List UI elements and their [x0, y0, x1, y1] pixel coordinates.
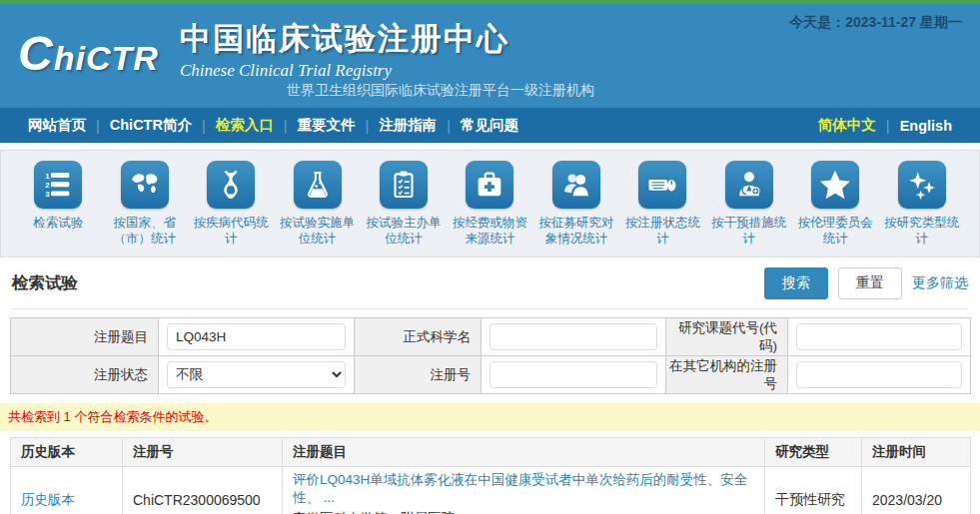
icon-item-by-disease-code[interactable]: 按疾病代码统计: [188, 161, 274, 247]
icon-item-by-intervention[interactable]: 按干预措施统计: [706, 161, 792, 247]
keyboard-mouse-icon: [638, 161, 686, 209]
icon-label: 按疾病代码统计: [188, 215, 274, 247]
section-title: 检索试验: [12, 272, 78, 294]
icon-item-by-implementing-unit[interactable]: 按试验实施单位统计: [274, 161, 360, 247]
scientific-name-label: 正式科学名: [355, 318, 482, 356]
other-org-number-label: 在其它机构的注册号: [666, 356, 788, 394]
icon-item-by-funding-source[interactable]: 按经费或物资来源统计: [447, 161, 532, 247]
nav-faq[interactable]: 常见问题: [451, 116, 528, 135]
icon-label: 按试验主办单位统计: [361, 215, 447, 247]
clipboard-icon: [380, 161, 428, 209]
site-subtitle: 世界卫生组织国际临床试验注册平台一级注册机构: [287, 82, 594, 100]
logo-initial: C: [18, 27, 54, 80]
today-date: 今天是：2023-11-27 星期一: [789, 14, 962, 32]
dna-icon: [207, 161, 255, 209]
result-count-text: 共检索到 1 个符合检索条件的试验。: [8, 408, 217, 426]
icon-item-by-registration-status[interactable]: 按注册状态统计: [619, 161, 705, 247]
star-icon: [811, 161, 859, 209]
svg-text:3: 3: [45, 190, 50, 199]
page: ChiCTR 中国临床试验注册中心 Chinese Clinical Trial…: [0, 0, 980, 514]
icon-item-search-trials[interactable]: 1 2 3 检索试验: [15, 161, 101, 231]
col-study-type: 研究类型: [765, 438, 862, 467]
main-nav: 网站首页 | ChiCTR简介 | 检索入口 | 重要文件 | 注册指南 | 常…: [0, 108, 980, 143]
world-map-icon: [121, 161, 169, 209]
icon-label: 按国家、省（市）统计: [101, 215, 187, 247]
registration-date: 2023/03/20: [862, 467, 971, 514]
icon-item-by-sponsor-unit[interactable]: 按试验主办单位统计: [361, 161, 447, 247]
table-row: 历史版本 ChiCTR2300069500 评价LQ043H单域抗体雾化液在中国…: [11, 467, 971, 514]
lang-english[interactable]: English: [890, 118, 962, 134]
svg-text:2: 2: [45, 181, 50, 190]
nav-about[interactable]: ChiCTR简介: [100, 116, 202, 135]
scientific-name-input[interactable]: [490, 323, 657, 350]
more-filters-link[interactable]: 更多筛选: [912, 274, 968, 292]
icon-item-by-recruitment-status[interactable]: 按征募研究对象情况统计: [533, 161, 619, 247]
icon-label: 检索试验: [33, 215, 83, 231]
reg-title-input[interactable]: [167, 323, 346, 350]
icon-label: 按伦理委员会统计: [792, 215, 878, 247]
nav-guide[interactable]: 注册指南: [369, 116, 447, 135]
icon-label: 按研究类型统计: [879, 215, 965, 247]
form-row: 注册状态 不限 注册号 在其它机构的注册号: [11, 356, 971, 394]
search-actions: 搜索 重置 更多筛选: [764, 267, 968, 299]
medical-bag-icon: [466, 161, 513, 209]
search-section-header: 检索试验 搜索 重置 更多筛选: [0, 257, 980, 309]
reg-title-label: 注册题目: [11, 318, 159, 356]
sparkles-icon: [898, 161, 946, 209]
col-reg-no: 注册号: [123, 438, 283, 467]
statistics-icon-band: 1 2 3 检索试验 按国家、省（市）统计: [0, 150, 980, 257]
icon-item-by-ethics-committee[interactable]: 按伦理委员会统计: [792, 161, 878, 247]
nav-documents[interactable]: 重要文件: [288, 116, 366, 135]
project-code-label: 研究课题代号(代码): [666, 318, 788, 356]
icon-item-by-study-type[interactable]: 按研究类型统计: [879, 161, 965, 247]
icon-label: 按征募研究对象情况统计: [533, 215, 619, 247]
section-divider: [12, 308, 968, 309]
flask-icon: [294, 161, 342, 209]
reset-button[interactable]: 重置: [838, 267, 902, 299]
reg-number-label: 注册号: [355, 356, 482, 394]
study-type-value: 干预性研究: [765, 467, 862, 514]
nav-home[interactable]: 网站首页: [18, 116, 96, 135]
site-title-zh: 中国临床试验注册中心: [180, 18, 509, 60]
history-version-link[interactable]: 历史版本: [21, 492, 75, 507]
search-form-table: 注册题目 正式科学名 研究课题代号(代码) 注册状态 不限 注册号 在其它机构的…: [10, 317, 971, 394]
nav-search-entry[interactable]: 检索入口: [206, 116, 284, 135]
trial-title-link[interactable]: 评价LQ043H单域抗体雾化液在中国健康受试者中单次给药后的耐受性、安全性、 .…: [293, 472, 747, 505]
search-button[interactable]: 搜索: [764, 267, 828, 299]
people-icon: [552, 161, 600, 209]
nav-language-switch: 简体中文 | English: [808, 116, 962, 135]
svg-text:1: 1: [45, 172, 50, 181]
doctor-icon: [725, 161, 773, 209]
reg-number-input[interactable]: [490, 361, 657, 388]
form-row: 注册题目 正式科学名 研究课题代号(代码): [11, 318, 971, 356]
site-title-en: Chinese Clinical Trial Registry: [180, 61, 509, 81]
chictr-logo[interactable]: ChiCTR: [18, 26, 159, 81]
registration-number: ChiCTR2300069500: [123, 467, 283, 514]
project-code-input[interactable]: [796, 323, 962, 350]
icon-label: 按试验实施单位统计: [274, 215, 360, 247]
results-table: 历史版本 注册号 注册题目 研究类型 注册时间 历史版本 ChiCTR23000…: [10, 437, 971, 514]
reg-status-label: 注册状态: [11, 356, 159, 394]
col-reg-date: 注册时间: [862, 438, 971, 467]
col-history: 历史版本: [11, 438, 123, 467]
icon-label: 按经费或物资来源统计: [447, 215, 532, 247]
other-org-number-input[interactable]: [796, 361, 962, 388]
reg-status-select[interactable]: 不限: [167, 361, 346, 388]
icon-label: 按注册状态统计: [619, 215, 705, 247]
results-header-row: 历史版本 注册号 注册题目 研究类型 注册时间: [11, 438, 971, 467]
icon-label: 按干预措施统计: [706, 215, 792, 247]
icon-item-by-country[interactable]: 按国家、省（市）统计: [101, 161, 187, 247]
site-titles: 中国临床试验注册中心 Chinese Clinical Trial Regist…: [180, 18, 509, 81]
col-title: 注册题目: [283, 438, 765, 467]
site-header: ChiCTR 中国临床试验注册中心 Chinese Clinical Trial…: [0, 4, 980, 108]
logo-text: hiCTR: [54, 39, 159, 77]
result-count-banner: 共检索到 1 个符合检索条件的试验。: [0, 403, 980, 431]
numbered-list-icon: 1 2 3: [34, 161, 82, 209]
lang-chinese[interactable]: 简体中文: [808, 116, 886, 135]
trial-organization: 安徽医科大学第二附属医院: [293, 510, 754, 514]
